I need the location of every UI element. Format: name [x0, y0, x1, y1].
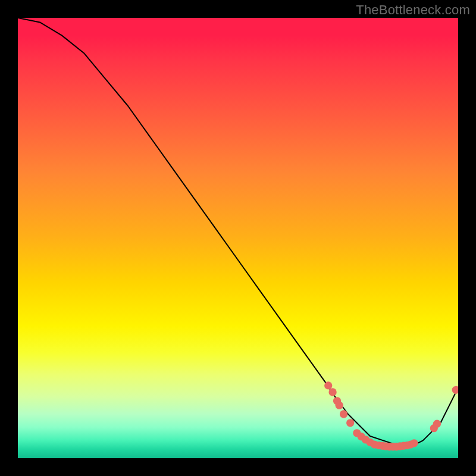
data-point: [336, 402, 343, 409]
chart-frame: TheBottleneck.com: [0, 0, 476, 476]
data-point: [452, 386, 458, 394]
data-points: [324, 381, 458, 450]
data-point: [324, 381, 332, 389]
plot-area: [18, 18, 458, 458]
data-point: [346, 419, 354, 427]
watermark-text: TheBottleneck.com: [356, 2, 470, 18]
chart-svg: [18, 18, 458, 458]
data-point: [340, 410, 347, 418]
data-point: [328, 388, 336, 396]
bottleneck-curve: [18, 18, 458, 445]
data-point: [433, 420, 441, 428]
data-point: [410, 439, 418, 447]
